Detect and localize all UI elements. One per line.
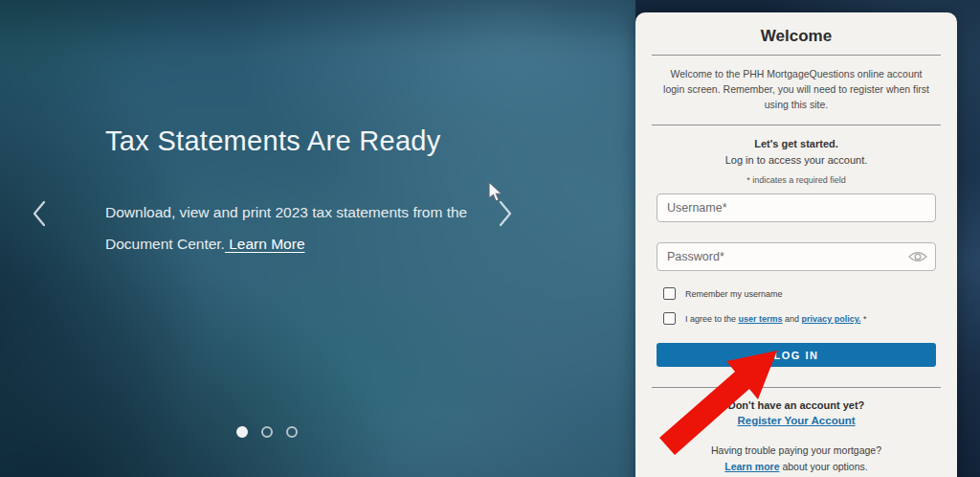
panel-title: Welcome xyxy=(635,27,957,46)
trouble-rest: about your options. xyxy=(779,461,867,472)
panel-intro-text: Welcome to the PHH MortgageQuestions onl… xyxy=(658,66,934,112)
carousel-prev-button[interactable] xyxy=(31,198,48,229)
get-started-subtext: Log in to access your account. xyxy=(635,154,957,166)
agree-terms-label: I agree to the user terms and privacy po… xyxy=(685,314,867,324)
login-panel: Welcome Welcome to the PHH MortgageQuest… xyxy=(635,12,957,477)
eye-icon[interactable] xyxy=(908,250,927,263)
hero-slide-content: Tax Statements Are Ready Download, view … xyxy=(105,121,474,260)
agree-prefix: I agree to the xyxy=(685,314,739,324)
trouble-learn-more-link[interactable]: Learn more xyxy=(724,461,779,472)
agree-middle: and xyxy=(783,314,802,324)
carousel-dot[interactable] xyxy=(286,426,298,438)
agree-suffix: * xyxy=(860,314,866,324)
remember-username-checkbox[interactable] xyxy=(663,287,676,300)
login-page: Tax Statements Are Ready Download, view … xyxy=(0,0,980,477)
password-field-wrap xyxy=(657,242,936,271)
divider xyxy=(652,387,941,388)
log-in-button[interactable]: LOG IN xyxy=(657,343,936,367)
carousel-next-button[interactable] xyxy=(497,198,514,229)
carousel-dot[interactable] xyxy=(261,426,273,438)
hero-description: Download, view and print 2023 tax statem… xyxy=(105,196,474,260)
required-field-note: * indicates a required field xyxy=(635,175,957,185)
divider xyxy=(652,55,941,56)
chevron-left-icon xyxy=(31,198,48,229)
privacy-policy-link[interactable]: privacy policy. xyxy=(802,314,861,324)
remember-username-label: Remember my username xyxy=(685,289,783,299)
carousel-dots xyxy=(236,426,298,438)
get-started-heading: Let's get started. xyxy=(635,138,957,149)
username-input[interactable] xyxy=(657,193,936,222)
divider xyxy=(652,125,941,125)
register-account-link[interactable]: Register Your Account xyxy=(635,415,957,426)
agree-terms-checkbox[interactable] xyxy=(663,312,676,325)
user-terms-link[interactable]: user terms xyxy=(739,314,783,324)
trouble-text: Having trouble paying your mortgage? xyxy=(635,444,957,456)
password-input[interactable] xyxy=(657,242,936,271)
trouble-options-line: Learn more about your options. xyxy=(635,461,957,472)
agree-terms-row: I agree to the user terms and privacy po… xyxy=(663,312,957,325)
carousel-dot[interactable] xyxy=(236,426,248,438)
username-field-wrap xyxy=(657,193,936,222)
hero-carousel: Tax Statements Are Ready Download, view … xyxy=(0,0,635,477)
hero-learn-more-link[interactable]: Learn More xyxy=(225,236,305,252)
remember-username-row: Remember my username xyxy=(663,287,957,300)
hero-title: Tax Statements Are Ready xyxy=(105,121,474,161)
no-account-text: Don't have an account yet? xyxy=(635,399,957,411)
chevron-right-icon xyxy=(497,198,514,229)
